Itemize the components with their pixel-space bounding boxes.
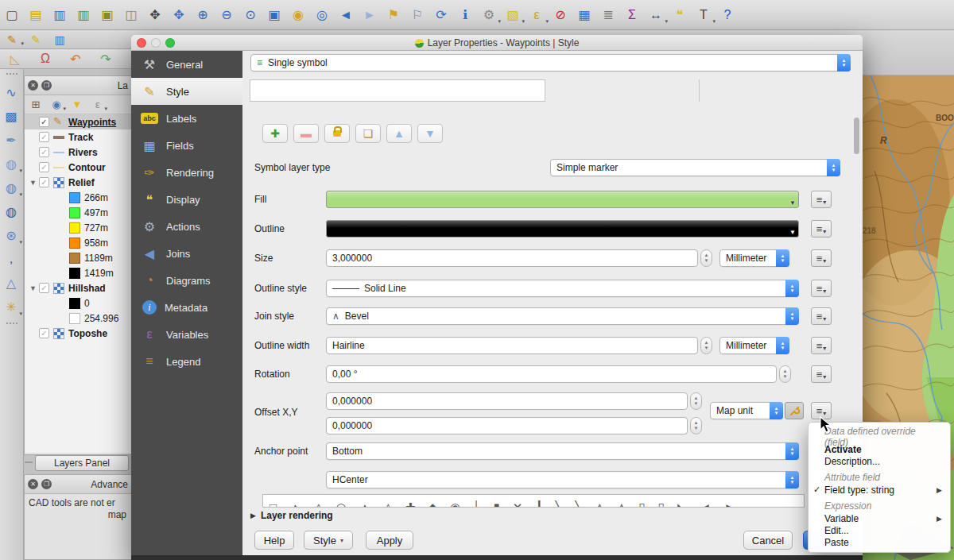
unit-settings-wrench-button[interactable]: [785, 402, 804, 419]
marker-shape-icon[interactable]: ▯: [639, 497, 646, 507]
panel-resize-handle[interactable]: [25, 462, 33, 463]
legend-swatch-1419m[interactable]: 1419m: [25, 265, 131, 280]
save-project-as-button[interactable]: ▥: [72, 4, 95, 26]
dropdown-stepper-icon[interactable]: [827, 159, 840, 176]
size-stepper[interactable]: [700, 249, 712, 267]
marker-shape-icon[interactable]: ◆: [429, 497, 438, 507]
sidebar-item-diagrams[interactable]: ◔ Diagrams: [131, 267, 242, 294]
sidebar-item-rendering[interactable]: ✑ Rendering: [131, 159, 242, 186]
anchor-vertical-dropdown[interactable]: Bottom: [326, 442, 799, 460]
undock-panel-icon[interactable]: ❐: [41, 479, 52, 489]
save-project-button[interactable]: ▥: [48, 4, 72, 26]
data-defined-override-button[interactable]: ≡▾: [811, 191, 832, 208]
add-csv-layer-button[interactable]: ,: [0, 247, 22, 271]
marker-shape-icon[interactable]: ╲: [555, 497, 562, 507]
layer-item-track[interactable]: Track: [25, 129, 131, 145]
filter-expression-button[interactable]: ε▾: [88, 96, 107, 114]
apply-button[interactable]: Apply: [366, 531, 413, 550]
show-statistics-button[interactable]: Σ: [620, 4, 644, 26]
add-vector-layer-button[interactable]: ∿: [0, 80, 22, 104]
rotation-input[interactable]: 0,00 °: [326, 365, 777, 383]
layer-checkbox[interactable]: [39, 177, 49, 187]
renderer-dropdown[interactable]: ≡ Single symbol: [250, 54, 851, 71]
marker-shape-icon[interactable]: △: [314, 497, 324, 507]
sidebar-item-variables[interactable]: ε Variables: [131, 321, 242, 348]
undo-button[interactable]: ↶: [60, 49, 91, 68]
move-symbol-up-button[interactable]: ▲: [386, 124, 412, 143]
layers-panel-tab[interactable]: Layers Panel: [35, 455, 129, 471]
marker-shape-icon[interactable]: ◣: [677, 497, 687, 507]
offset-unit-dropdown[interactable]: Map unit: [710, 402, 783, 419]
data-defined-override-button[interactable]: ≡▾: [811, 249, 832, 267]
menu-item-paste[interactable]: Paste: [809, 536, 950, 548]
marker-shape-icon[interactable]: ◮: [617, 497, 626, 507]
menu-item-variable[interactable]: Variable ▶: [809, 512, 950, 524]
add-raster-layer-button[interactable]: ▩: [0, 104, 22, 128]
data-defined-override-button[interactable]: ≡▾: [811, 307, 832, 325]
cancel-button[interactable]: Cancel: [743, 531, 793, 550]
add-spatialite-layer-button[interactable]: ◍▾: [0, 176, 22, 199]
zoom-in-button[interactable]: ⊕: [191, 4, 215, 26]
layer-item-contour[interactable]: Contour: [25, 160, 131, 175]
outline-width-unit-dropdown[interactable]: Millimeter: [719, 337, 789, 354]
marker-shape-icon[interactable]: ◠: [335, 497, 346, 507]
dropdown-stepper-icon[interactable]: [785, 307, 799, 325]
legend-swatch-727m[interactable]: 727m: [25, 220, 131, 235]
pan-map-button[interactable]: ✥: [143, 4, 167, 26]
save-layer-edits-button[interactable]: ▥: [48, 30, 72, 48]
fill-color-well[interactable]: ▼: [326, 191, 799, 208]
expander-icon[interactable]: ▼: [29, 284, 39, 292]
marker-shape-icon[interactable]: ►: [724, 497, 736, 507]
offset-y-stepper[interactable]: [690, 417, 702, 434]
open-project-button[interactable]: ▤: [24, 4, 48, 26]
sidebar-item-actions[interactable]: ⚙ Actions: [131, 213, 242, 240]
layer-item-relief[interactable]: ▼ Relief: [25, 175, 131, 190]
style-menu-button[interactable]: Style▾: [304, 531, 353, 550]
marker-shape-icon[interactable]: ◭: [595, 497, 605, 507]
close-window-button[interactable]: [137, 38, 146, 48]
dropdown-stepper-icon[interactable]: [770, 402, 783, 419]
refresh-button[interactable]: ⟳: [429, 4, 453, 26]
show-bookmarks-button[interactable]: ⚐: [405, 4, 429, 26]
dialog-titlebar[interactable]: Layer Properties - Waypoints | Style: [131, 35, 863, 51]
layer-item-toposheet[interactable]: Toposhe: [25, 326, 131, 341]
symbol-layer-type-dropdown[interactable]: Simple marker: [550, 159, 840, 176]
data-defined-override-button[interactable]: ≡▾: [811, 402, 832, 419]
pan-to-selection-button[interactable]: ✥: [167, 4, 191, 26]
move-symbol-down-button[interactable]: ▼: [417, 124, 443, 143]
select-features-button[interactable]: ▧▾: [501, 4, 525, 26]
composer-manager-button[interactable]: ◫: [119, 4, 143, 26]
minimize-window-button[interactable]: [151, 38, 161, 48]
add-delimited-text-layer-button[interactable]: ✒: [0, 128, 22, 152]
data-defined-override-button[interactable]: ≡▾: [811, 220, 832, 238]
sidebar-item-legend[interactable]: ≡ Legend: [131, 348, 242, 375]
size-unit-dropdown[interactable]: Millimeter: [719, 249, 789, 267]
add-mssql-layer-button[interactable]: ◍: [0, 199, 22, 223]
lock-symbol-color-button[interactable]: [324, 124, 350, 143]
new-bookmark-button[interactable]: ⚑: [382, 4, 405, 26]
marker-shape-icon[interactable]: □: [270, 497, 277, 507]
sidebar-item-labels[interactable]: abc Labels: [131, 105, 242, 132]
zoom-full-button[interactable]: ▣: [262, 4, 286, 26]
duplicate-symbol-layer-button[interactable]: ❏: [355, 124, 381, 143]
layer-checkbox[interactable]: [39, 117, 49, 127]
rotation-stepper[interactable]: [779, 365, 791, 383]
color-dropdown-arrow-icon[interactable]: ▼: [789, 229, 796, 236]
offset-x-stepper[interactable]: [690, 392, 702, 410]
dropdown-stepper-icon[interactable]: [785, 471, 799, 489]
legend-swatch-254.996[interactable]: 254.996: [25, 311, 131, 326]
marker-shape-icon[interactable]: │: [473, 497, 480, 507]
manage-visibility-button[interactable]: ◉▾: [47, 96, 66, 114]
undock-panel-icon[interactable]: ❐: [41, 80, 52, 91]
text-annotation-button[interactable]: T▾: [692, 4, 716, 26]
legend-swatch-0[interactable]: 0: [25, 295, 131, 311]
filter-legend-button[interactable]: ▼: [68, 96, 87, 114]
data-defined-override-button[interactable]: ≡▾: [811, 337, 832, 354]
map-tips-button[interactable]: ❝: [668, 4, 692, 26]
current-edits-button[interactable]: ✎▾: [0, 30, 24, 48]
anchor-horizontal-dropdown[interactable]: HCenter: [326, 471, 799, 489]
zoom-next-button[interactable]: ►: [358, 4, 382, 26]
cad-tools-button[interactable]: ◺: [0, 49, 30, 68]
legend-swatch-266m[interactable]: 266m: [25, 190, 131, 205]
zoom-last-button[interactable]: ◄: [334, 4, 358, 26]
